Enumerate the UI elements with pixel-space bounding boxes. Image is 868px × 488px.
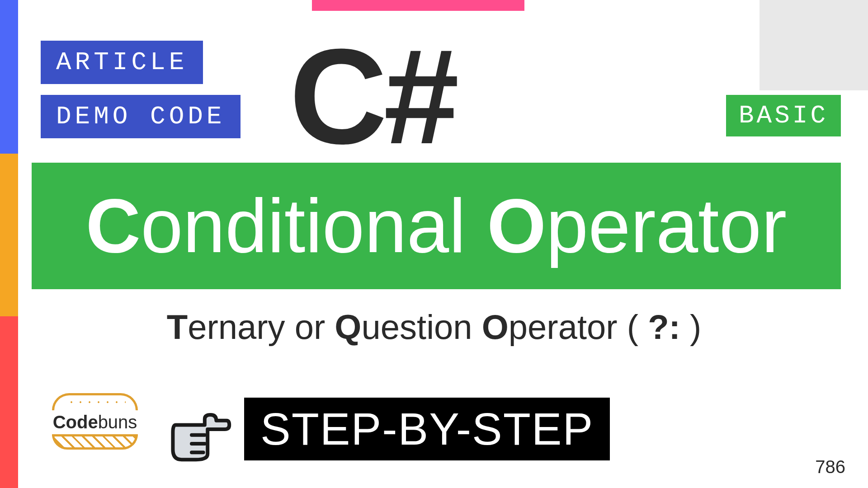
brand-code: Code [53,412,98,432]
subtitle-cap-o: O [482,308,509,346]
subtitle-symbol: ?: [648,308,680,346]
page-number: 786 [815,457,845,477]
brand-text: Codebuns [45,412,145,432]
step-by-step-label: STEP-BY-STEP [244,398,610,460]
codebuns-logo: Codebuns [45,393,145,450]
level-badge-basic: BASIC [726,95,841,136]
burger-top-icon [52,393,138,410]
slide-canvas: ARTICLE DEMO CODE C# BASIC Conditional O… [0,0,868,488]
top-right-gray-block [760,0,868,90]
demo-code-badge: DEMO CODE [41,95,241,138]
subtitle-cap-t: T [167,308,188,346]
top-accent-pink [312,0,524,11]
burger-bottom-icon [52,434,138,450]
subtitle: Ternary or Question Operator ( ?: ) [0,307,868,347]
left-accent-blue [0,0,18,154]
title-perator: perator [546,183,787,268]
brand-buns: buns [98,412,137,432]
subtitle-cap-q: Q [335,308,361,346]
title-bar: Conditional Operator [32,163,841,289]
subtitle-uestion: uestion [361,308,481,346]
article-badge: ARTICLE [41,41,203,84]
subtitle-perator-open: perator ( [509,308,648,346]
left-accent-orange [0,154,18,316]
title-onditional: onditional [141,183,487,268]
title-cap-c: C [86,183,141,268]
language-heading: C# [289,18,456,174]
pointing-hand-icon [163,393,235,465]
subtitle-ernary-or: ernary or [188,308,335,346]
title-cap-o: O [487,183,546,268]
subtitle-close: ) [680,308,701,346]
